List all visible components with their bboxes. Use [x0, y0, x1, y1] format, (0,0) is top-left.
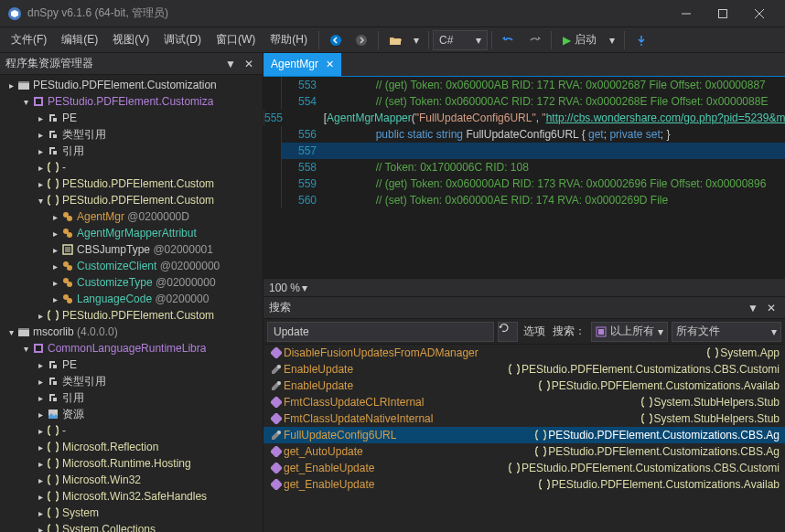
- search-result-row[interactable]: get_EnableUpdatePEStudio.PDFElement.Cust…: [263, 476, 785, 493]
- tree-toggle-icon[interactable]: ▸: [35, 393, 46, 403]
- tree-toggle-icon[interactable]: ▸: [35, 311, 46, 321]
- tree-node[interactable]: ▸CustomizeClient @02000000: [0, 258, 263, 274]
- tree-toggle-icon[interactable]: ▸: [35, 130, 46, 140]
- nav-back-button[interactable]: [325, 30, 347, 50]
- search-results[interactable]: DisableFusionUpdatesFromADManagerSystem.…: [263, 345, 785, 532]
- tree-node[interactable]: ▸-: [0, 159, 263, 176]
- tree-node[interactable]: ▸PEStudio.PDFElement.Custom: [0, 176, 263, 192]
- tree-toggle-icon[interactable]: ▸: [35, 163, 46, 173]
- tree-toggle-icon[interactable]: ▸: [35, 426, 46, 436]
- open-button[interactable]: [384, 30, 406, 50]
- search-result-row[interactable]: get_EnableUpdatePEStudio.PDFElement.Cust…: [263, 460, 785, 476]
- menu-window[interactable]: 窗口(W): [209, 28, 263, 51]
- tree-toggle-icon[interactable]: ▸: [35, 377, 46, 387]
- search-input[interactable]: [267, 322, 494, 342]
- tree-node[interactable]: ▾CommonLanguageRuntimeLibra: [0, 340, 263, 356]
- tree-toggle-icon[interactable]: ▸: [35, 179, 46, 189]
- code-line[interactable]: 554 // (set) Token: 0x060000AC RID: 172 …: [263, 93, 785, 110]
- tree-toggle-icon[interactable]: ▸: [35, 146, 46, 156]
- tree-node[interactable]: ▸PEStudio.PDFElement.Customization: [0, 77, 263, 93]
- search-result-row[interactable]: EnableUpdatePEStudio.PDFElement.Customiz…: [263, 361, 785, 378]
- tree-node[interactable]: ▸CBSJumpType @02000001: [0, 241, 263, 258]
- tree-node[interactable]: ▸AgentMgr @0200000D: [0, 208, 263, 225]
- tree-toggle-icon[interactable]: ▸: [49, 212, 60, 222]
- search-result-row[interactable]: FmtClassUpdateNativeInternalSystem.StubH…: [263, 410, 785, 427]
- tree-node[interactable]: ▸LanguageCode @0200000: [0, 291, 263, 307]
- tree-toggle-icon[interactable]: ▸: [35, 113, 46, 123]
- code-line[interactable]: 560 // (set) Token: 0x060000AE RID: 174 …: [263, 192, 785, 208]
- maximize-button[interactable]: [704, 1, 741, 27]
- tree-toggle-icon[interactable]: ▸: [35, 508, 46, 518]
- minimize-button[interactable]: [668, 1, 704, 27]
- panel-close-button[interactable]: ✕: [241, 56, 257, 72]
- tree-node[interactable]: ▸-: [0, 422, 263, 439]
- tree-node[interactable]: ▸引用: [0, 389, 263, 406]
- tree-node[interactable]: ▸System.Collections: [0, 521, 263, 532]
- search-panel-dropdown-button[interactable]: ▼: [745, 300, 761, 316]
- search-result-row[interactable]: DisableFusionUpdatesFromADManagerSystem.…: [263, 345, 785, 361]
- tree-node[interactable]: ▸资源: [0, 406, 263, 422]
- undo-button[interactable]: [498, 30, 520, 50]
- code-line[interactable]: 553 // (get) Token: 0x060000AB RID: 171 …: [263, 77, 785, 93]
- tab-agentmgr[interactable]: AgentMgr ✕: [263, 53, 341, 76]
- tree-node[interactable]: ▸AgentMgrMapperAttribut: [0, 225, 263, 241]
- tree-node[interactable]: ▸类型引用: [0, 373, 263, 389]
- tree-toggle-icon[interactable]: ▸: [35, 475, 46, 485]
- search-result-row[interactable]: EnableUpdatePEStudio.PDFElement.Customiz…: [263, 378, 785, 394]
- tree-toggle-icon[interactable]: ▾: [35, 196, 46, 206]
- search-scope-combo[interactable]: 以上所有▾: [591, 322, 668, 342]
- open-dropdown[interactable]: ▾: [410, 30, 423, 50]
- tree-node[interactable]: ▸System: [0, 505, 263, 521]
- search-result-row[interactable]: FullUpdateConfig6URLPEStudio.PDFElement.…: [263, 427, 785, 443]
- redo-button[interactable]: [523, 30, 545, 50]
- zoom-value[interactable]: 100 %: [269, 282, 300, 294]
- tree-toggle-icon[interactable]: ▸: [35, 360, 46, 370]
- search-panel-close-button[interactable]: ✕: [763, 300, 780, 316]
- code-editor[interactable]: 553 // (get) Token: 0x060000AB RID: 171 …: [263, 77, 785, 278]
- search-options-label[interactable]: 选项: [522, 324, 547, 339]
- tree-toggle-icon[interactable]: ▸: [35, 410, 46, 420]
- tree-node[interactable]: ▸CustomizeType @02000000: [0, 274, 263, 291]
- tree-toggle-icon[interactable]: ▸: [35, 525, 46, 533]
- tree-toggle-icon[interactable]: ▾: [20, 97, 31, 107]
- tree-toggle-icon[interactable]: ▸: [5, 80, 16, 90]
- tree-node[interactable]: ▾PEStudio.PDFElement.Custom: [0, 192, 263, 208]
- tree-toggle-icon[interactable]: ▸: [49, 245, 60, 255]
- run-dropdown[interactable]: ▾: [606, 30, 618, 50]
- tree-toggle-icon[interactable]: ▸: [35, 459, 46, 469]
- menu-debug[interactable]: 调试(D): [156, 28, 209, 51]
- menu-help[interactable]: 帮助(H): [263, 28, 315, 51]
- tree-node[interactable]: ▸PE: [0, 356, 263, 373]
- menu-view[interactable]: 视图(V): [105, 28, 156, 51]
- tree-toggle-icon[interactable]: ▸: [49, 278, 60, 288]
- language-combo[interactable]: C#▾: [433, 30, 488, 50]
- tree-node[interactable]: ▸Microsoft.Runtime.Hosting: [0, 455, 263, 472]
- tree-toggle-icon[interactable]: ▸: [49, 261, 60, 271]
- tree-toggle-icon[interactable]: ▸: [35, 442, 46, 452]
- tree-node[interactable]: ▸PE: [0, 110, 263, 126]
- tree-toggle-icon[interactable]: ▾: [5, 327, 16, 337]
- tree-toggle-icon[interactable]: ▸: [49, 294, 60, 304]
- tab-close-button[interactable]: ✕: [326, 59, 334, 70]
- tree-node[interactable]: ▸Microsoft.Reflection: [0, 439, 263, 455]
- search-refresh-button[interactable]: [498, 322, 518, 342]
- search-result-row[interactable]: get_AutoUpdatePEStudio.PDFElement.Custom…: [263, 443, 785, 460]
- search-result-row[interactable]: FmtClassUpdateCLRInternalSystem.StubHelp…: [263, 394, 785, 410]
- tree-toggle-icon[interactable]: ▸: [49, 229, 60, 239]
- search-files-combo[interactable]: 所有文件▾: [672, 322, 781, 342]
- tree-node[interactable]: ▸PEStudio.PDFElement.Custom: [0, 307, 263, 324]
- zoom-dropdown[interactable]: ▾: [302, 282, 307, 294]
- code-line[interactable]: 558 // Token: 0x1700006C RID: 108: [263, 159, 785, 176]
- panel-dropdown-button[interactable]: ▼: [222, 56, 239, 72]
- assembly-tree[interactable]: ▸PEStudio.PDFElement.Customization▾PEStu…: [0, 75, 263, 532]
- menu-file[interactable]: 文件(F): [4, 28, 54, 51]
- code-line[interactable]: 557: [263, 143, 785, 159]
- tree-node[interactable]: ▸引用: [0, 143, 263, 159]
- tree-node[interactable]: ▸类型引用: [0, 126, 263, 143]
- menu-edit[interactable]: 编辑(E): [54, 28, 105, 51]
- tree-toggle-icon[interactable]: ▾: [20, 344, 31, 354]
- code-line[interactable]: 559 // (get) Token: 0x060000AD RID: 173 …: [263, 176, 785, 192]
- tree-toggle-icon[interactable]: ▸: [35, 492, 46, 502]
- tree-node[interactable]: ▾PEStudio.PDFElement.Customiza: [0, 93, 263, 110]
- run-button[interactable]: ▶启动: [555, 30, 604, 50]
